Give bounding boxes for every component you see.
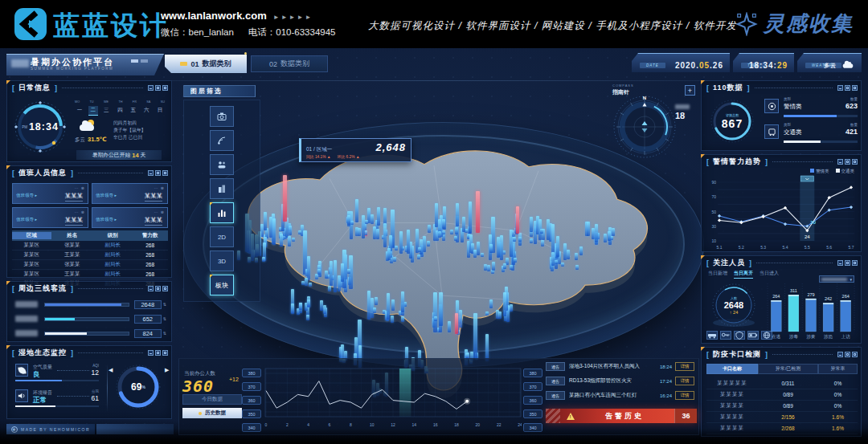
table-row[interactable]: 某某区王某某副局长268 [12, 251, 168, 260]
svg-text:5.4: 5.4 [783, 245, 788, 250]
alert-detail-button[interactable]: 详情 [675, 377, 694, 385]
compass-widget[interactable]: N [611, 93, 678, 161]
panel-duty-info: [值班人员信息] 值班领导 ▸⋯ ⊗某某某值班领导 ▸⋯ ⊗某某某值班领导 ▸⋯… [6, 165, 172, 278]
gauge-right-arrow[interactable]: ▶ [165, 367, 169, 373]
minimize-icon[interactable] [837, 352, 843, 357]
vehicle-icon[interactable] [706, 331, 718, 340]
lunar-line: 辛巳月 己巳日 [113, 134, 146, 141]
svg-text:242: 242 [825, 296, 832, 301]
platform-title-plate: 暑期办公协作平台 SUMMER WORKING PLATFORM [6, 54, 164, 75]
key-icon[interactable] [720, 331, 731, 340]
camera-icon[interactable] [210, 106, 234, 127]
alert-row[interactable]: 通告RD13-53指挥部管控区火灾17:24详情 [546, 375, 698, 387]
type-name: 交通类 [784, 128, 802, 136]
checkpoint-row[interactable]: 某某某某某0/3110% [706, 378, 858, 389]
building-icon[interactable] [210, 178, 234, 199]
alert-row[interactable]: 通告某路口有小汽车连闯三个红灯16:24详情 [546, 389, 698, 401]
platform-subtitle: SUMMER WORKING PLATFORM [31, 67, 158, 71]
office-data-button-1[interactable]: 今日数据 [182, 394, 242, 405]
svg-text:5.2: 5.2 [739, 245, 744, 250]
column-header[interactable]: 异常率 [818, 364, 858, 374]
duty-leader-card[interactable]: 值班领导 ▸⋯ ⊗某某某 [92, 183, 168, 204]
window-icon[interactable] [155, 85, 161, 91]
window-icon[interactable] [155, 170, 161, 176]
minimize-icon[interactable] [148, 85, 154, 91]
tab-data-category-1[interactable]: 01 数据类别 [165, 55, 247, 73]
duty-leader-card[interactable]: 值班领导 ▸⋯ ⊗某某某 [92, 207, 168, 228]
gauge-left-arrow[interactable]: ◀ [108, 367, 113, 373]
duty-leader-card[interactable]: 值班领导 ▸⋯ ⊗某某某 [12, 183, 88, 204]
column-header[interactable]: 卡口名称 [706, 364, 758, 374]
people-delta: ↑ 24 [730, 310, 738, 315]
group-icon[interactable] [210, 154, 234, 175]
layer-button-板块[interactable]: 板块 [210, 275, 234, 295]
expand-icon[interactable] [162, 350, 168, 356]
alert-row[interactable]: 通告湿地3-104片区有不明人员闯入18:24详情 [546, 360, 698, 373]
alert-list: 通告湿地3-104片区有不明人员闯入18:24详情通告RD13-53指挥部管控区… [546, 360, 698, 434]
expand-icon[interactable] [852, 85, 858, 91]
alert-history-label: 告警历史 [575, 411, 674, 422]
expand-icon[interactable] [852, 352, 858, 357]
legend-item[interactable]: 交通类 [836, 169, 855, 174]
svg-text:30: 30 [711, 224, 716, 229]
svg-text:2: 2 [286, 422, 289, 427]
table-row[interactable]: 某某区张某某副局长268 [12, 241, 168, 251]
y-axis-box: 370 [242, 382, 261, 391]
window-icon[interactable] [155, 350, 161, 356]
minimize-icon[interactable] [837, 159, 843, 165]
expand-icon[interactable] [162, 286, 168, 291]
shield-icon[interactable] [734, 331, 745, 340]
alert-detail-button[interactable]: 详情 [675, 362, 694, 371]
window-icon[interactable] [845, 85, 850, 91]
column-header[interactable]: 异常/已检测 [758, 364, 818, 374]
expand-icon[interactable] [852, 260, 858, 266]
svg-text:24: 24 [805, 234, 810, 239]
layer-button-2D[interactable]: 2D [210, 226, 234, 247]
expand-icon[interactable] [162, 170, 168, 176]
checkpoint-row[interactable]: 某某某某0/890% [706, 389, 858, 401]
window-icon[interactable] [845, 159, 850, 165]
alert-history-banner[interactable]: ! 告警历史 36 [546, 409, 697, 423]
region-map[interactable] [193, 125, 667, 398]
signal-icon[interactable] [210, 130, 234, 151]
map-tooltip[interactable]: 01 / 区域一 2,648 同比 14.1% ▲环比 6.2% ▲ [299, 138, 411, 162]
battery-icon[interactable] [747, 331, 759, 340]
checkpoint-row[interactable]: 某某某某0/890% [706, 401, 858, 412]
office-data-button-2[interactable]: 历史数据 [182, 408, 242, 418]
focus-tab-3[interactable]: 当日进入 [760, 270, 779, 279]
y-axis-box: 380 [242, 369, 261, 377]
services-list: 大数据可视化设计 / 软件界面设计 / 网站建设 / 手机及小程序设计 / 软件… [368, 19, 737, 33]
minimize-icon[interactable] [148, 350, 154, 356]
legend-item[interactable]: 警情类 [810, 169, 829, 174]
checkpoint-row[interactable]: 某某某某2/1561.6% [706, 412, 858, 423]
minimize-icon[interactable] [148, 286, 154, 291]
minimize-icon[interactable] [837, 85, 843, 91]
tab-data-category-2[interactable]: 02 数据类别 [251, 55, 328, 72]
focus-tab-2[interactable]: 当日离开 [734, 270, 753, 279]
alert-detail-button[interactable]: 详情 [675, 391, 694, 400]
inspiration-logo[interactable]: 灵感收集 [735, 10, 854, 38]
duty-leader-card[interactable]: 值班领导 ▸⋯ ⊗某某某 [12, 207, 88, 228]
made-by-badge: ✱MADE BY NEHOMMICOR [6, 424, 95, 434]
svg-text:在逃: 在逃 [772, 334, 781, 339]
panel-daily-info: [日常信息] PM18:34 MOTUWETHFRSASU 一二三四五六日 多云… [6, 80, 172, 162]
expand-icon[interactable] [162, 85, 168, 91]
focus-tab-1[interactable]: 当日新增 [708, 270, 727, 279]
zoom-in-button[interactable]: + [685, 85, 695, 96]
window-icon[interactable] [845, 352, 850, 357]
minimize-icon[interactable] [837, 260, 843, 266]
table-row[interactable]: 某某区王某某副局长268 [12, 270, 168, 279]
lanlan-logo-icon[interactable] [13, 7, 48, 44]
expand-icon[interactable] [852, 159, 858, 165]
website-link[interactable]: www.lanlanwork.com►►►►► [161, 10, 313, 22]
table-row[interactable]: 某某区张某某副局长268 [12, 260, 168, 270]
window-icon[interactable] [845, 260, 850, 266]
checkpoint-row[interactable]: 某某某某2/2681.6% [706, 423, 858, 434]
office-line-chart: 024681012141618202224 [264, 365, 522, 436]
bar-chart-icon[interactable] [210, 202, 234, 223]
weekday-letters: MOTUWETHFRSASU [75, 100, 165, 104]
trend-line-chart: 907050301030245.15.25.35.45.55.65.7 [706, 174, 858, 255]
layer-button-3D[interactable]: 3D [210, 251, 234, 271]
window-icon[interactable] [155, 286, 161, 291]
minimize-icon[interactable] [148, 170, 154, 176]
